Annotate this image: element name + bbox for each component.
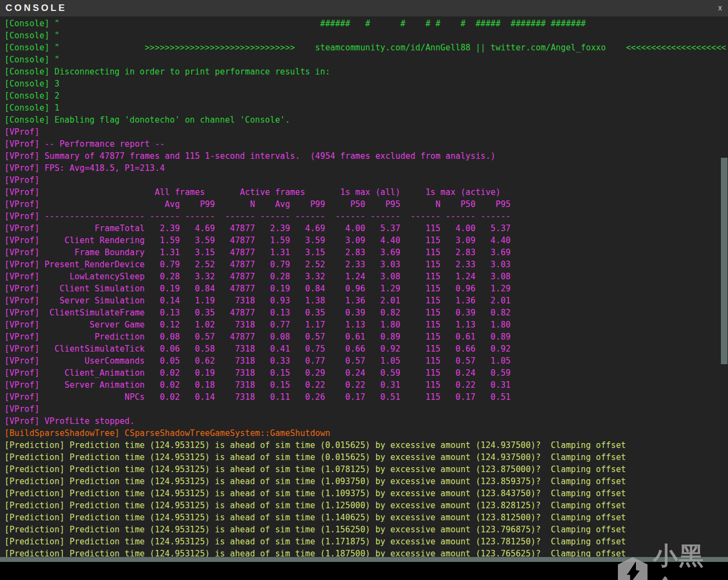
- console-line: [VProf] NPCs 0.02 0.14 7318 0.11 0.26 0.…: [4, 391, 728, 403]
- console-line: [VProf] FPS: Avg=418.5, P1=213.4: [4, 162, 728, 174]
- console-line: [VProf] Server Game 0.12 1.02 7318 0.77 …: [4, 319, 728, 331]
- vertical-scrollbar-thumb[interactable]: [721, 158, 727, 364]
- console-line: [VProf]: [4, 174, 728, 186]
- xiaoheihe-watermark: 小黑盒: [617, 539, 728, 580]
- console-line: [VProf]: [4, 126, 728, 138]
- console-line: [Prediction] Prediction time (124.953125…: [4, 524, 728, 536]
- console-line: [BuildSparseShadowTree] CSparseShadowTre…: [4, 427, 728, 439]
- console-line: [VProf] Client_Animation 0.02 0.19 7318 …: [4, 367, 728, 379]
- console-line: [VProf] Server Animation 0.02 0.18 7318 …: [4, 379, 728, 391]
- console-line: [Prediction] Prediction time (124.953125…: [4, 439, 728, 451]
- close-button[interactable]: x: [718, 3, 722, 12]
- console-line: [VProf] ClientSimulateFrame 0.13 0.35 47…: [4, 307, 728, 319]
- console-line: [Prediction] Prediction time (124.953125…: [4, 463, 728, 475]
- console-line: [VProf] FrameTotal 2.39 4.69 47877 2.39 …: [4, 222, 728, 234]
- console-line: [Console] ": [4, 30, 728, 42]
- console-line: [VProf] Summary of 47877 frames and 115 …: [4, 150, 728, 162]
- console-line: [VProf] Frame Boundary 1.31 3.15 47877 1…: [4, 246, 728, 259]
- console-line: [Console] 2: [4, 90, 728, 102]
- console-line: [Prediction] Prediction time (124.953125…: [4, 499, 728, 512]
- console-line: [Prediction] Prediction time (124.953125…: [4, 475, 728, 487]
- console-line: [VProf] All frames Active frames 1s max …: [4, 186, 728, 198]
- console-line: [VProf] UserCommands 0.05 0.62 7318 0.33…: [4, 355, 728, 367]
- xiaoheihe-logo-icon: [617, 556, 648, 580]
- console-line: [Console] 3: [4, 78, 728, 90]
- watermark-text: 小黑盒: [653, 539, 728, 580]
- console-line: [Prediction] Prediction time (124.953125…: [4, 512, 728, 524]
- console-line: [Console] ": [4, 54, 728, 66]
- console-line: [Console] Enabling flag 'donotecho' on c…: [4, 114, 728, 126]
- titlebar[interactable]: CONSOLE x: [0, 0, 728, 16]
- console-line: [VProf] Client Simulation 0.19 0.84 4787…: [4, 283, 728, 295]
- console-line: [VProf] -------------------- ------ ----…: [4, 210, 728, 222]
- console-line: [VProf] Avg P99 N Avg P99 P50 P95 N P50 …: [4, 198, 728, 210]
- console-line: [VProf] Server Simulation 0.14 1.19 7318…: [4, 295, 728, 307]
- console-line: [VProf] VProfLite stopped.: [4, 415, 728, 427]
- console-line: [Console] Disconnecting in order to prin…: [4, 66, 728, 78]
- console-log[interactable]: [Console] " ###### # # # # # ##### #####…: [0, 16, 728, 557]
- window-title: CONSOLE: [5, 3, 67, 14]
- console-line: [Console] " >>>>>>>>>>>>>>>>>>>>>>>>>>>>…: [4, 42, 728, 54]
- console-line: [VProf] Present_RenderDevice 0.79 2.52 4…: [4, 259, 728, 271]
- console-window: [Console] " ###### # # # # # ##### #####…: [0, 0, 728, 580]
- console-line: [VProf] ClientSimulateTick 0.06 0.58 731…: [4, 343, 728, 355]
- console-line: [Prediction] Prediction time (124.953125…: [4, 451, 728, 463]
- console-line: [VProf] LowLatencySleep 0.28 3.32 47877 …: [4, 271, 728, 283]
- console-line: [VProf] Prediction 0.08 0.57 47877 0.08 …: [4, 331, 728, 343]
- console-line: [Prediction] Prediction time (124.953125…: [4, 487, 728, 499]
- console-line: [VProf] Client Rendering 1.59 3.59 47877…: [4, 234, 728, 246]
- console-line: [Console] 1: [4, 102, 728, 114]
- console-line: [Console] " ###### # # # # # ##### #####…: [4, 18, 728, 30]
- console-line: [VProf] -- Performance report --: [4, 138, 728, 150]
- console-line: [VProf]: [4, 403, 728, 415]
